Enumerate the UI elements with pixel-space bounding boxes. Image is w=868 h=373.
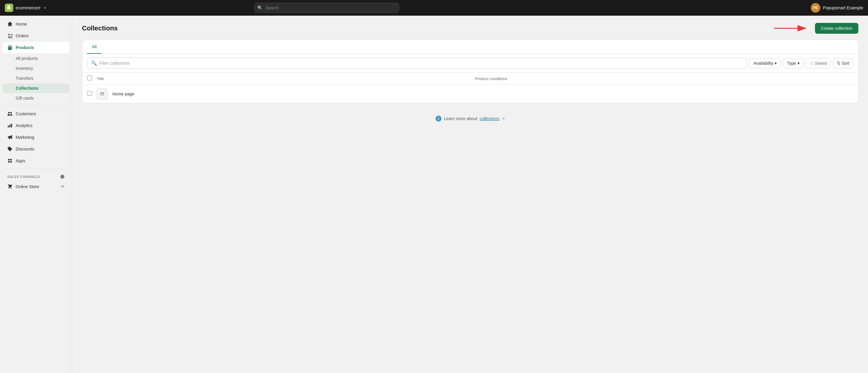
sidebar-item-apps[interactable]: Apps: [2, 155, 70, 167]
saved-label: Saved: [815, 61, 827, 66]
sidebar-sub-item-collections[interactable]: Collections: [2, 83, 70, 93]
sort-button[interactable]: ⇅ Sort: [833, 58, 853, 68]
conditions-column-header: Product conditions: [475, 76, 853, 81]
sort-label: Sort: [841, 61, 849, 66]
sidebar: Home Orders Products All products Invent…: [0, 16, 72, 373]
orders-icon: [7, 33, 13, 38]
availability-label: Availability: [753, 61, 773, 66]
filter-search-container: 🔍: [87, 58, 747, 69]
sidebar-sub-item-collections-label: Collections: [16, 86, 38, 91]
sidebar-item-orders-label: Orders: [16, 33, 29, 38]
store-icon: [7, 184, 13, 189]
saved-star-icon: ☆: [810, 61, 814, 66]
products-icon: [7, 45, 13, 50]
info-icon: i: [435, 115, 441, 122]
saved-filter-button[interactable]: ☆ Saved: [806, 58, 831, 68]
table-header: Title Product conditions: [82, 73, 858, 85]
row-title: Home page: [113, 92, 483, 96]
search-container: 🔍: [254, 3, 399, 13]
apps-icon: [7, 158, 13, 164]
store-logo[interactable]: ecommercerr ▼: [5, 4, 46, 12]
sidebar-item-marketing-label: Marketing: [16, 135, 34, 140]
select-all-checkbox[interactable]: [87, 75, 92, 80]
sidebar-item-products-label: Products: [16, 45, 34, 50]
type-chevron-icon: ▾: [798, 61, 800, 66]
page-header: Collections Create collection: [82, 23, 858, 34]
page-title: Collections: [82, 24, 118, 32]
sales-channels-label: SALES CHANNELS ⊕: [0, 172, 72, 181]
sidebar-item-apps-label: Apps: [16, 158, 25, 163]
store-name-label: ecommercerr: [16, 5, 40, 10]
add-sales-channel-button[interactable]: ⊕: [60, 174, 65, 179]
sort-icon: ⇅: [837, 61, 840, 65]
sidebar-item-marketing[interactable]: Marketing: [2, 132, 70, 143]
sidebar-divider-1: [5, 105, 67, 106]
sidebar-sub-item-gift-cards-label: Gift cards: [16, 96, 34, 101]
filter-search-icon: 🔍: [91, 60, 97, 66]
row-thumbnail: [97, 89, 107, 99]
sidebar-item-orders[interactable]: Orders: [2, 30, 70, 41]
sidebar-item-analytics[interactable]: Analytics: [2, 120, 70, 131]
title-column-header: Title: [97, 76, 475, 81]
sidebar-item-products[interactable]: Products: [2, 42, 70, 53]
availability-filter-button[interactable]: Availability ▾: [749, 58, 781, 68]
info-text: Learn more about: [444, 116, 477, 121]
search-icon: 🔍: [257, 5, 262, 10]
filters-row: 🔍 Availability ▾ Type ▾ ☆ Saved ⇅ So: [82, 54, 858, 73]
type-filter-button[interactable]: Type ▾: [783, 58, 803, 68]
sidebar-divider-2: [5, 169, 67, 169]
external-link-icon: ↗: [502, 116, 505, 121]
search-input[interactable]: [254, 3, 399, 13]
sidebar-sub-item-inventory[interactable]: Inventory: [2, 64, 70, 73]
sidebar-item-discounts-label: Discounts: [16, 147, 34, 151]
red-arrow-annotation: [774, 23, 810, 34]
marketing-icon: [7, 135, 13, 140]
sidebar-sub-item-transfers[interactable]: Transfers: [2, 73, 70, 83]
sidebar-item-discounts[interactable]: Discounts: [2, 143, 70, 155]
select-all-checkbox-col: [87, 75, 97, 81]
app-body: Home Orders Products All products Invent…: [0, 16, 868, 373]
discounts-icon: [7, 146, 13, 152]
info-footer: i Learn more about collections ↗: [82, 104, 858, 134]
sidebar-item-home-label: Home: [16, 22, 27, 27]
collections-card: All 🔍 Availability ▾ Type ▾ ☆ Sav: [82, 40, 858, 104]
online-store-eye-icon[interactable]: 👁: [61, 184, 65, 189]
user-name-label: Popupsmart Example: [823, 5, 863, 10]
type-label: Type: [787, 61, 796, 66]
sidebar-sub-item-gift-cards[interactable]: Gift cards: [2, 93, 70, 103]
row-checkbox[interactable]: [87, 91, 92, 96]
shopify-logo-icon: [5, 4, 13, 12]
sidebar-sub-item-all-products[interactable]: All products: [2, 54, 70, 63]
main-content: Collections Create collection All: [72, 16, 868, 373]
shopify-icon: [6, 5, 12, 10]
sidebar-item-customers-label: Customers: [16, 111, 36, 116]
user-menu[interactable]: PE Popupsmart Example: [811, 3, 863, 13]
sidebar-sub-item-all-products-label: All products: [16, 56, 38, 61]
sidebar-item-online-store[interactable]: Online Store 👁: [2, 181, 70, 192]
customers-icon: [7, 111, 13, 116]
sidebar-item-customers[interactable]: Customers: [2, 108, 70, 120]
store-chevron-icon: ▼: [43, 6, 46, 10]
sidebar-item-home[interactable]: Home: [2, 19, 70, 30]
filter-collections-input[interactable]: [99, 61, 743, 66]
sidebar-item-online-store-label: Online Store: [16, 184, 39, 189]
row-checkbox-col: [87, 91, 97, 97]
header-right: Create collection: [774, 23, 858, 34]
row-thumbnail-col: [97, 89, 109, 99]
tabs-bar: All: [82, 40, 858, 54]
analytics-icon: [7, 123, 13, 128]
collections-link[interactable]: collections: [480, 116, 499, 121]
avatar: PE: [811, 3, 820, 13]
sidebar-item-analytics-label: Analytics: [16, 123, 33, 128]
top-navigation: ecommercerr ▼ 🔍 PE Popupsmart Example: [0, 0, 868, 16]
home-icon: [7, 21, 13, 27]
sidebar-sub-item-inventory-label: Inventory: [16, 66, 33, 71]
table-row[interactable]: Home page: [82, 85, 858, 103]
image-placeholder-icon: [100, 92, 104, 96]
sidebar-sub-item-transfers-label: Transfers: [16, 76, 33, 81]
create-collection-button[interactable]: Create collection: [815, 23, 858, 34]
availability-chevron-icon: ▾: [775, 61, 777, 66]
tab-all[interactable]: All: [87, 40, 101, 54]
